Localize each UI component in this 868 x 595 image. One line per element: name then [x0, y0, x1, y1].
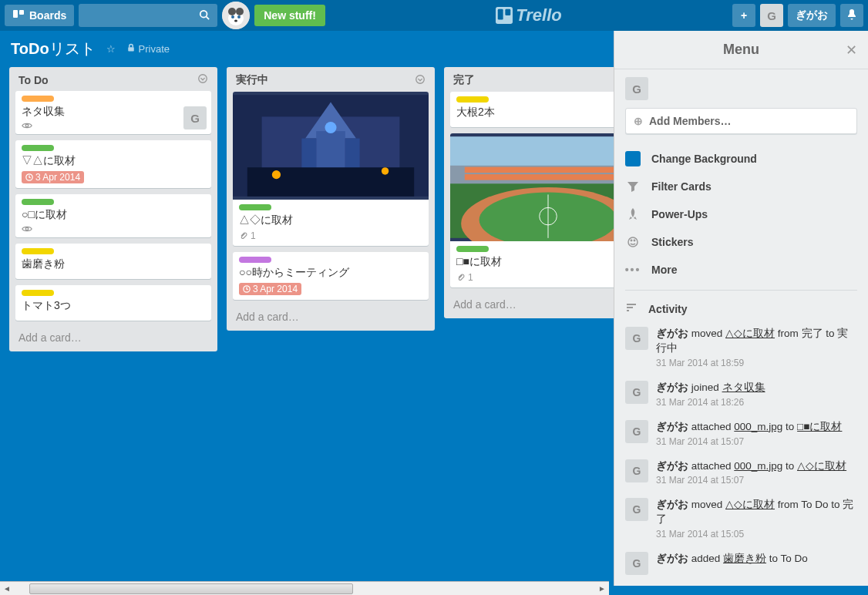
svg-point-26 — [325, 122, 336, 133]
svg-rect-14 — [128, 47, 134, 51]
label-yellow[interactable] — [22, 248, 54, 254]
add-card-button[interactable]: Add a card… — [15, 327, 211, 344]
activity-avatar[interactable]: G — [625, 327, 648, 350]
svg-rect-38 — [465, 174, 631, 180]
svg-rect-0 — [13, 10, 18, 18]
card-title: ○○時からミーティング — [239, 266, 422, 280]
new-stuff-button[interactable]: New stuff! — [254, 5, 325, 26]
list-menu-button[interactable] — [197, 73, 208, 86]
list: To Doネタ収集G▽△に取材3 Apr 2014○□に取材歯磨き粉トマト3つA… — [9, 67, 217, 351]
menu-close-button[interactable]: ✕ — [846, 42, 857, 59]
activity-text: ぎがお moved △◇に取材 from 完了 to 実行中 — [656, 327, 857, 356]
activity-avatar[interactable]: G — [625, 552, 648, 575]
activity-text: ぎがお added 歯磨き粉 to To Do — [656, 552, 808, 566]
attachment-badge: 1 — [239, 230, 256, 241]
menu-stickers[interactable]: Stickers — [625, 228, 857, 256]
scroll-right-arrow-icon[interactable]: ► — [595, 584, 609, 593]
activity-timestamp: 31 Mar 2014 at 15:07 — [656, 475, 846, 486]
activity-item: Gぎがお moved △◇に取材 from 完了 to 実行中31 Mar 20… — [625, 321, 857, 375]
background-swatch-icon — [625, 151, 641, 166]
add-members-button[interactable]: ⊕ Add Members… — [625, 108, 857, 134]
card-member-avatar[interactable]: G — [183, 106, 207, 129]
card[interactable]: ▽△に取材3 Apr 2014 — [15, 140, 211, 188]
menu-power-ups[interactable]: Power-Ups — [625, 200, 857, 228]
svg-rect-13 — [506, 9, 511, 15]
activity-avatar[interactable]: G — [625, 498, 648, 521]
svg-line-3 — [207, 16, 210, 19]
activity-avatar[interactable]: G — [625, 381, 648, 404]
board-members: G — [625, 77, 857, 100]
activity-avatar[interactable]: G — [625, 420, 648, 443]
board-title[interactable]: ToDoリスト — [11, 39, 96, 59]
user-avatar[interactable]: G — [760, 4, 783, 27]
label-yellow[interactable] — [22, 290, 54, 296]
svg-rect-37 — [465, 167, 631, 173]
boards-icon — [12, 9, 25, 22]
card[interactable]: △◇に取材1 — [233, 92, 429, 246]
activity-header: Activity — [625, 297, 857, 321]
create-button[interactable]: + — [732, 4, 755, 27]
member-avatar[interactable]: G — [625, 77, 648, 100]
scroll-left-arrow-icon[interactable]: ◄ — [0, 584, 14, 593]
privacy-button[interactable]: Private — [126, 43, 170, 55]
lock-icon — [126, 43, 136, 55]
more-icon: ••• — [625, 262, 641, 277]
activity-text: ぎがお attached 000_m.jpg to □■に取材 — [656, 420, 842, 435]
svg-point-9 — [237, 15, 241, 18]
due-date-badge: 3 Apr 2014 — [22, 171, 84, 183]
svg-point-42 — [631, 240, 631, 240]
menu-more[interactable]: ••• More — [625, 256, 857, 284]
boards-button[interactable]: Boards — [5, 5, 74, 26]
card-labels — [239, 204, 422, 210]
activity-item: Gぎがお added 歯磨き粉 to To Do — [625, 546, 857, 581]
card-title: 大根2本 — [456, 106, 640, 119]
trello-logo[interactable]: Trello — [330, 5, 728, 25]
scrollbar-thumb[interactable] — [29, 583, 353, 594]
card-title: ▽△に取材 — [22, 154, 205, 168]
label-green[interactable] — [22, 145, 54, 151]
card[interactable]: ネタ収集G — [15, 91, 211, 134]
card-labels — [239, 257, 422, 263]
label-purple[interactable] — [239, 257, 271, 263]
activity-text: ぎがお moved △◇に取材 from To Do to 完了 — [656, 498, 857, 527]
list-menu-button[interactable] — [415, 74, 426, 87]
sticker-icon — [625, 234, 641, 250]
activity-icon — [625, 301, 638, 316]
label-green[interactable] — [239, 204, 271, 210]
list-title[interactable]: 実行中 — [236, 73, 268, 87]
menu-filter-cards[interactable]: Filter Cards — [625, 173, 857, 200]
card[interactable]: トマト3つ — [15, 285, 211, 321]
horizontal-scrollbar[interactable]: ◄ ► — [0, 581, 609, 595]
card-cover-image — [233, 92, 429, 200]
rocket-icon — [625, 207, 641, 222]
card-title: 歯磨き粉 — [22, 257, 205, 271]
card-labels — [456, 96, 640, 103]
plus-icon: + — [741, 9, 747, 22]
boards-label: Boards — [29, 9, 66, 22]
label-green[interactable] — [22, 199, 54, 205]
label-yellow[interactable] — [456, 96, 489, 103]
star-button[interactable]: ☆ — [106, 43, 116, 55]
card[interactable]: 歯磨き粉 — [15, 244, 211, 279]
svg-point-7 — [236, 8, 244, 15]
menu-change-background[interactable]: Change Background — [625, 145, 857, 173]
label-green[interactable] — [456, 246, 489, 252]
card[interactable]: ○○時からミーティング3 Apr 2014 — [233, 252, 429, 300]
list-title[interactable]: 完了 — [453, 73, 475, 87]
card-title: ○□に取材 — [22, 208, 205, 222]
user-menu-button[interactable]: ぎがお — [788, 4, 836, 27]
list-title[interactable]: To Do — [19, 74, 49, 86]
due-date-badge: 3 Apr 2014 — [239, 283, 301, 295]
activity-avatar[interactable]: G — [625, 459, 648, 482]
search-input[interactable] — [79, 4, 217, 27]
attachment-badge: 1 — [456, 272, 473, 283]
activity-text: ぎがお joined ネタ収集 — [656, 381, 765, 395]
card-labels — [22, 145, 205, 151]
activity-item: Gぎがお attached 000_m.jpg to □■に取材31 Mar 2… — [625, 414, 857, 453]
card[interactable]: ○□に取材 — [15, 194, 211, 237]
add-card-button[interactable]: Add a card… — [233, 306, 429, 323]
notifications-button[interactable] — [840, 4, 863, 27]
svg-point-16 — [25, 124, 29, 127]
card-title: トマト3つ — [22, 299, 205, 313]
label-orange[interactable] — [22, 96, 54, 102]
